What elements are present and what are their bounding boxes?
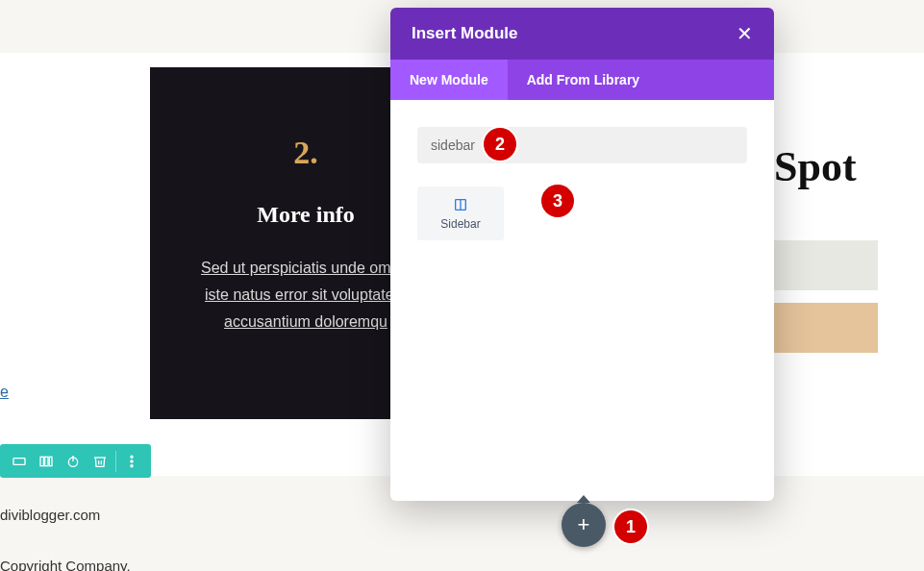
trash-icon[interactable]: [88, 450, 112, 473]
svg-rect-2: [45, 457, 48, 465]
headline-fragment: Spot: [774, 142, 857, 191]
row-toolbar: [0, 444, 151, 478]
insert-module-modal: Insert Module ✕ New Module Add From Libr…: [390, 8, 774, 501]
modal-tabs: New Module Add From Library: [390, 60, 774, 100]
footer-domain: diviblogger.com: [0, 507, 100, 523]
card-title: More info: [188, 202, 423, 228]
tab-add-from-library[interactable]: Add From Library: [508, 60, 659, 100]
power-icon[interactable]: [62, 450, 85, 473]
more-icon[interactable]: [120, 450, 143, 473]
sidebar-field-gray: [774, 240, 878, 290]
svg-rect-0: [13, 458, 25, 464]
svg-rect-1: [40, 457, 43, 465]
sidebar-button-tan[interactable]: [774, 303, 878, 353]
toolbar-separator: [115, 451, 116, 472]
card-body-text: Sed ut perspiciatis unde omnis iste natu…: [188, 255, 423, 335]
svg-point-7: [131, 459, 133, 461]
annotation-3: 3: [541, 185, 574, 217]
card-number: 2.: [188, 135, 423, 171]
tab-new-module[interactable]: New Module: [390, 60, 508, 100]
modal-header: Insert Module ✕: [390, 8, 774, 60]
module-sidebar[interactable]: Sidebar: [417, 186, 504, 240]
module-results: Sidebar: [417, 186, 747, 240]
modal-body: Sidebar: [390, 100, 774, 267]
columns-icon[interactable]: [35, 450, 58, 473]
module-label: Sidebar: [440, 217, 480, 231]
svg-point-6: [131, 456, 133, 458]
modal-title: Insert Module: [412, 24, 518, 43]
svg-rect-3: [49, 457, 52, 465]
close-icon[interactable]: ✕: [737, 24, 753, 43]
truncated-link[interactable]: e: [0, 384, 9, 401]
footer-copyright: Copyright Company,: [0, 558, 131, 571]
add-module-button[interactable]: +: [562, 503, 606, 547]
module-search-input[interactable]: [417, 127, 747, 163]
svg-point-8: [131, 464, 133, 466]
annotation-1: 1: [614, 510, 647, 543]
sidebar-module-icon: [453, 197, 468, 215]
row-icon[interactable]: [8, 450, 31, 473]
annotation-2: 2: [484, 128, 516, 161]
